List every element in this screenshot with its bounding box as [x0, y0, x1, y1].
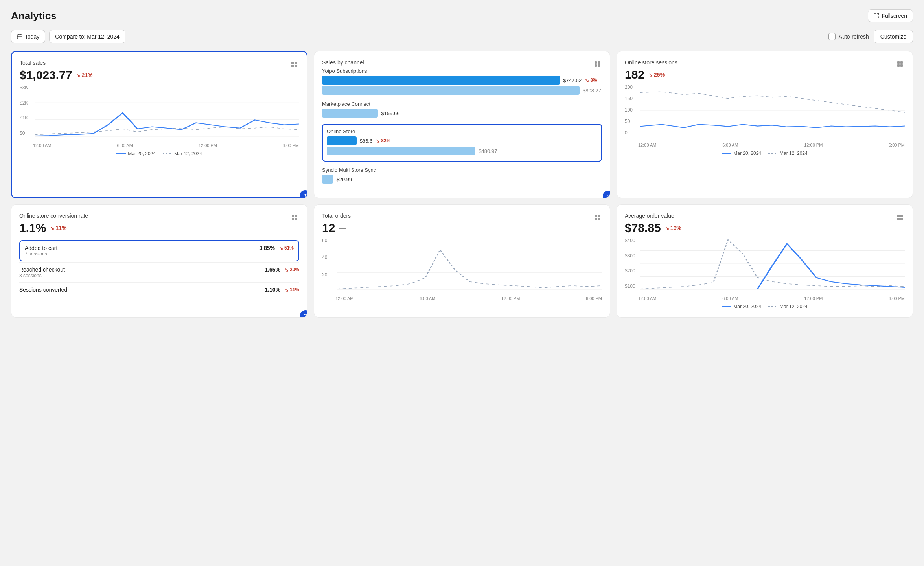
channel-marketplace-val: $159.66: [381, 110, 399, 116]
auto-refresh-checkbox[interactable]: [828, 33, 836, 40]
auto-refresh-toggle[interactable]: Auto-refresh: [828, 33, 869, 40]
channel-online-change: 82%: [375, 138, 390, 144]
total-sales-value-row: $1,023.77 21%: [20, 68, 299, 82]
total-orders-menu-icon[interactable]: [592, 212, 603, 223]
fullscreen-icon: [874, 13, 879, 18]
today-button[interactable]: Today: [11, 30, 45, 43]
sales-channel-menu-icon[interactable]: [592, 59, 603, 70]
svg-rect-35: [900, 215, 903, 217]
total-sales-svg: [35, 85, 299, 137]
sessions-converted-label: Sessions converted: [19, 287, 67, 293]
toolbar: Today Compare to: Mar 12, 2024 Auto-refr…: [11, 30, 913, 43]
total-sales-label: Total sales: [20, 60, 299, 66]
svg-rect-16: [900, 64, 903, 67]
svg-rect-4: [295, 65, 297, 67]
avg-order-chart: $400 $300 $200 $100 12:00 AM 6:00 AM 12:…: [625, 238, 905, 301]
online-sessions-value: 182: [625, 68, 644, 81]
svg-rect-13: [897, 61, 900, 64]
total-orders-card: Total orders 12 — 60 40 20: [314, 204, 610, 318]
channel-marketplace-bar: $159.66: [322, 109, 602, 118]
total-orders-y-labels: 60 40 20: [322, 238, 335, 289]
conversion-menu-icon[interactable]: [289, 212, 300, 223]
reached-checkout-change: 20%: [284, 267, 299, 273]
legend-current-line: [722, 306, 731, 307]
online-sessions-svg: [640, 85, 905, 136]
sales-by-channel-card: 2 Sales by channel Yotpo Subscriptions $…: [314, 51, 610, 198]
compare-button[interactable]: Compare to: Mar 12, 2024: [49, 30, 125, 43]
avg-order-value-card: Average order value $78.85 16% $400 $300…: [617, 204, 913, 318]
total-orders-value: 12: [322, 221, 335, 235]
channel-online-bar-prev: [327, 147, 475, 155]
avg-order-value-row: $78.85 16%: [625, 221, 905, 235]
legend-prev-line: [768, 306, 778, 307]
total-sales-chart: $3K $2K $1K $0 12:00 AM 6:00 AM 12:00 PM: [20, 85, 299, 148]
legend-prev-line: [163, 153, 172, 154]
total-sales-menu-icon[interactable]: [289, 59, 300, 70]
channel-syncio-bar-current: [322, 175, 333, 184]
channel-online-bar1: $86.6 82%: [327, 136, 597, 145]
channel-yotpo-change: 8%: [585, 77, 597, 83]
reached-checkout-info: Reached checkout 3 sessions: [19, 266, 65, 278]
channel-online-val: $86.6: [360, 138, 373, 144]
channel-yotpo-prev-val: $808.27: [583, 88, 601, 94]
channel-marketplace: Marketplace Connect $159.66: [322, 101, 602, 118]
channel-marketplace-name: Marketplace Connect: [322, 101, 602, 107]
reached-checkout-pct: 1.65%: [265, 266, 280, 273]
total-orders-change: —: [339, 224, 346, 232]
conversion-change: 11%: [50, 225, 66, 231]
channel-online-store-box: Online Store $86.6 82% $480.97: [322, 124, 602, 162]
online-sessions-card: Online store sessions 182 25% 200 150 10…: [617, 51, 913, 198]
online-sessions-label: Online store sessions: [625, 59, 905, 66]
online-sessions-change: 25%: [648, 72, 665, 78]
channel-yotpo-val: $747.52: [563, 77, 582, 83]
online-sessions-menu-icon[interactable]: [895, 59, 906, 70]
avg-order-menu-icon[interactable]: [895, 212, 906, 223]
online-sessions-chart: 200 150 100 50 0 12:00 AM 6:00 AM 1: [625, 85, 905, 147]
channel-yotpo-bar1: $747.52 8%: [322, 76, 602, 85]
svg-rect-34: [897, 215, 900, 217]
svg-rect-3: [291, 65, 294, 67]
channel-marketplace-bar-current: [322, 109, 378, 118]
autorefresh-label: Auto-refresh: [839, 33, 869, 40]
legend-current-line: [722, 153, 731, 154]
avg-order-change: 16%: [665, 225, 681, 231]
conversion-value-row: 1.1% 11%: [19, 221, 299, 235]
svg-rect-22: [292, 215, 294, 217]
online-sessions-y-labels: 200 150 100 50 0: [625, 85, 638, 136]
conversion-value: 1.1%: [19, 221, 46, 235]
sessions-converted-row: Sessions converted 1.10% 11%: [19, 282, 299, 297]
online-sessions-x-labels: 12:00 AM 6:00 AM 12:00 PM 6:00 PM: [638, 143, 905, 147]
channel-yotpo-bar-prev: [322, 86, 580, 95]
svg-rect-2: [295, 62, 297, 64]
avg-order-y-labels: $400 $300 $200 $100: [625, 238, 638, 289]
channel-syncio-bar: $29.99: [322, 175, 602, 184]
total-orders-x-labels: 12:00 AM 6:00 AM 12:00 PM 6:00 PM: [335, 296, 602, 301]
svg-rect-24: [292, 218, 294, 220]
calendar-icon: [17, 34, 22, 39]
svg-rect-1: [291, 62, 294, 64]
total-sales-card: 1 Total sales $1,023.77 21% $3K $2K $1K …: [11, 51, 307, 198]
legend-current-line: [116, 153, 126, 154]
page-header: Analytics Fullscreen: [11, 9, 913, 22]
svg-rect-14: [900, 61, 903, 64]
badge-2: 2: [603, 191, 610, 198]
added-to-cart-right: 3.85% 51%: [259, 245, 294, 251]
avg-order-value: $78.85: [625, 221, 661, 235]
toolbar-left: Today Compare to: Mar 12, 2024: [11, 30, 125, 43]
total-sales-x-labels: 12:00 AM 6:00 AM 12:00 PM 6:00 PM: [33, 143, 299, 148]
channel-syncio-val: $29.99: [336, 176, 352, 182]
conversion-rate-card: 3 Online store conversion rate 1.1% 11% …: [11, 204, 307, 318]
sessions-converted-change: 11%: [284, 287, 299, 293]
customize-button[interactable]: Customize: [874, 30, 913, 43]
sales-channel-label: Sales by channel: [322, 59, 602, 66]
reached-checkout-right: 1.65% 20%: [265, 266, 299, 273]
total-orders-label: Total orders: [322, 213, 602, 219]
fullscreen-button[interactable]: Fullscreen: [868, 9, 913, 22]
svg-rect-26: [595, 215, 597, 217]
badge-3: 3: [300, 310, 307, 318]
sessions-converted-right: 1.10% 11%: [265, 287, 299, 293]
avg-order-x-labels: 12:00 AM 6:00 AM 12:00 PM 6:00 PM: [638, 296, 905, 301]
added-to-cart-sub: 7 sessions: [25, 251, 57, 257]
added-to-cart-pct: 3.85%: [259, 245, 275, 251]
svg-rect-15: [897, 64, 900, 67]
